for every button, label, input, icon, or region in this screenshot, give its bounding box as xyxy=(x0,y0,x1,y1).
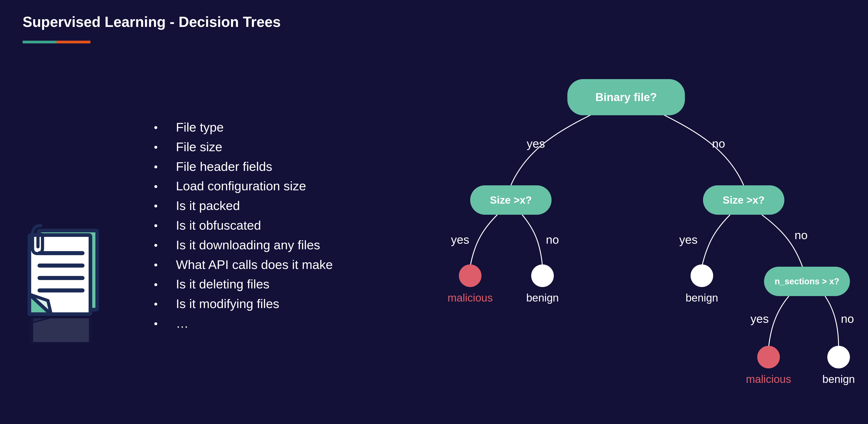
decision-tree: Binary file? yes no Size >x? yes no mali… xyxy=(441,79,848,418)
leaf-benign xyxy=(690,265,713,287)
leaf-label-benign: benign xyxy=(814,373,864,385)
list-item: Load configuration size xyxy=(154,176,333,196)
leaf-label-malicious: malicious xyxy=(744,373,794,385)
document-icon xyxy=(16,221,102,349)
slide-title: Supervised Learning - Decision Trees xyxy=(23,13,281,30)
list-item: File type xyxy=(154,118,333,137)
leaf-label-malicious: malicious xyxy=(445,292,495,304)
node-left-size: Size >x? xyxy=(470,185,552,215)
title-underline xyxy=(23,41,90,43)
leaf-label-benign: benign xyxy=(677,292,727,304)
node-root: Binary file? xyxy=(567,79,685,115)
list-item: File header fields xyxy=(154,157,333,177)
list-item: Is it obfuscated xyxy=(154,216,333,235)
edge-label-yes: yes xyxy=(527,137,545,150)
edge-label-yes: yes xyxy=(679,233,698,246)
edge-label-no: no xyxy=(841,312,854,326)
list-item: … xyxy=(154,314,333,333)
edge-label-yes: yes xyxy=(750,312,769,326)
edge-label-no: no xyxy=(546,233,559,246)
feature-list: File type File size File header fields L… xyxy=(154,118,333,333)
edge-label-no: no xyxy=(795,228,808,242)
node-right-size: Size >x? xyxy=(703,185,784,215)
edge-label-yes: yes xyxy=(451,233,469,246)
list-item: What API calls does it make xyxy=(154,255,333,275)
leaf-benign xyxy=(531,265,554,287)
edge-label-no: no xyxy=(712,137,725,150)
leaf-malicious xyxy=(459,265,482,287)
leaf-label-benign: benign xyxy=(518,292,567,304)
list-item: Is it deleting files xyxy=(154,274,333,294)
underline-orange xyxy=(57,41,90,43)
leaf-benign xyxy=(827,346,850,368)
node-nsections: n_sections > x? xyxy=(764,267,850,296)
list-item: Is it downloading any files xyxy=(154,235,333,255)
svg-rect-0 xyxy=(32,318,90,342)
list-item: Is it modifying files xyxy=(154,294,333,314)
tree-edges xyxy=(441,79,848,418)
list-item: Is it packed xyxy=(154,196,333,216)
underline-teal xyxy=(23,41,57,43)
list-item: File size xyxy=(154,137,333,157)
leaf-malicious xyxy=(757,346,780,368)
